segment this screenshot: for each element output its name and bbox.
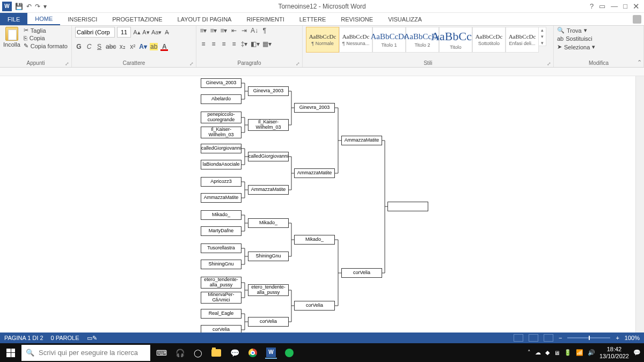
task-view-button[interactable]: ◯ <box>192 347 204 359</box>
document-area[interactable]: Ginevra_2003Abelardopenepiccolo-cuoregra… <box>0 76 644 333</box>
read-mode-button[interactable] <box>514 334 523 342</box>
multilevel-button[interactable]: ≡▾ <box>220 27 228 34</box>
tray-icon[interactable]: 🖥 <box>554 350 560 356</box>
close-icon[interactable]: ✕ <box>633 2 640 11</box>
font-color-button[interactable]: A <box>160 43 168 50</box>
tab-references[interactable]: RIFERIMENTI <box>239 13 291 25</box>
shading-button[interactable]: ◧▾ <box>251 40 260 48</box>
notifications-icon[interactable]: 💬 <box>633 349 641 356</box>
text-effects-button[interactable]: A▾ <box>139 43 147 50</box>
zoom-level[interactable]: 100% <box>625 335 640 341</box>
vertical-scrollbar[interactable] <box>635 76 644 333</box>
ruler[interactable] <box>0 68 644 76</box>
style-titolo1[interactable]: AaBbCcDcTitolo 1 <box>372 27 406 53</box>
subscript-button[interactable]: x₂ <box>119 43 126 50</box>
tab-home[interactable]: HOME <box>27 13 60 25</box>
strike-button[interactable]: abc <box>106 43 116 50</box>
word-button[interactable]: W <box>265 347 277 359</box>
replace-button[interactable]: abSostituisci <box>557 35 592 42</box>
start-button[interactable] <box>0 349 21 357</box>
shrink-font-button[interactable]: A▾ <box>142 29 150 36</box>
style-normale[interactable]: AaBbCcDc¶ Normale <box>306 27 339 53</box>
spotify-button[interactable] <box>283 347 295 359</box>
file-explorer-button[interactable] <box>210 347 222 359</box>
taskbar-app[interactable]: ⌨ <box>156 347 167 359</box>
zoom-slider[interactable] <box>567 337 610 338</box>
borders-button[interactable]: ▦▾ <box>262 40 272 48</box>
tab-mailings[interactable]: LETTERE <box>292 13 334 25</box>
decrease-indent-button[interactable]: ⇤ <box>230 27 238 34</box>
minimize-icon[interactable]: ― <box>611 2 618 10</box>
align-center-button[interactable]: ≡ <box>210 40 217 48</box>
select-button[interactable]: ➤Seleziona ▾ <box>557 43 595 50</box>
superscript-button[interactable]: x² <box>129 43 136 50</box>
line-spacing-button[interactable]: ‡▾ <box>240 40 248 48</box>
chrome-button[interactable] <box>247 347 259 359</box>
dialog-launcher-icon[interactable]: ⤢ <box>296 61 300 67</box>
grow-font-button[interactable]: A▴ <box>133 29 141 36</box>
tray-icon[interactable]: ◆ <box>545 349 550 356</box>
bold-button[interactable]: G <box>75 43 83 50</box>
font-name-input[interactable] <box>75 27 115 38</box>
dialog-launcher-icon[interactable]: ⤢ <box>65 61 69 67</box>
align-right-button[interactable]: ≡ <box>220 40 228 48</box>
dialog-launcher-icon[interactable]: ⤢ <box>547 61 551 67</box>
tab-review[interactable]: REVISIONE <box>333 13 380 25</box>
taskbar-app[interactable]: 🎧 <box>174 347 186 359</box>
maximize-icon[interactable]: □ <box>623 2 627 10</box>
taskbar-app[interactable]: 💬 <box>229 347 240 359</box>
show-marks-button[interactable]: ¶ <box>261 27 268 34</box>
web-layout-button[interactable] <box>544 334 553 342</box>
dialog-launcher-icon[interactable]: ⤢ <box>189 61 194 67</box>
highlight-button[interactable]: ab <box>150 43 158 50</box>
style-enfasideli[interactable]: AaBbCcDcEnfasi deli... <box>506 27 539 53</box>
redo-icon[interactable]: ↷ <box>35 3 40 10</box>
clear-format-button[interactable]: A̶ <box>163 29 171 36</box>
cut-button[interactable]: ✂Taglia <box>24 27 68 34</box>
bracket-node: ShiningGnu <box>201 260 241 269</box>
battery-icon[interactable]: 🔋 <box>564 349 572 356</box>
tab-insert[interactable]: INSERISCI <box>60 13 105 25</box>
wifi-icon[interactable]: 📶 <box>576 349 583 356</box>
underline-button[interactable]: S <box>96 43 103 50</box>
increase-indent-button[interactable]: ⇥ <box>240 27 248 34</box>
find-button[interactable]: 🔍Trova ▾ <box>557 27 587 34</box>
style-nessuna[interactable]: AaBbCcDc¶ Nessuna... <box>339 27 372 53</box>
ribbon-options-icon[interactable]: ▭ <box>599 2 605 10</box>
format-painter-button[interactable]: ✎Copia formato <box>24 42 68 49</box>
print-layout-button[interactable] <box>529 334 538 342</box>
numbering-button[interactable]: ≡▾ <box>210 27 217 34</box>
zoom-in-button[interactable]: + <box>616 335 619 341</box>
save-icon[interactable]: 💾 <box>15 3 23 10</box>
change-case-button[interactable]: Aa▾ <box>151 29 162 36</box>
copy-button[interactable]: ⎘Copia <box>24 35 68 41</box>
tab-view[interactable]: VISUALIZZA <box>380 13 429 25</box>
onedrive-icon[interactable]: ☁ <box>535 349 541 356</box>
tray-chevron-icon[interactable]: ˄ <box>528 349 531 356</box>
align-left-button[interactable]: ≡ <box>200 40 207 48</box>
justify-button[interactable]: ≡ <box>230 40 238 48</box>
styles-more-button[interactable]: ▴▾▾ <box>539 27 546 46</box>
paste-button[interactable]: Incolla <box>3 27 20 48</box>
help-icon[interactable]: ? <box>590 2 594 10</box>
zoom-out-button[interactable]: − <box>559 335 562 341</box>
tab-layout[interactable]: LAYOUT DI PAGINA <box>170 13 239 25</box>
account-button[interactable] <box>630 13 644 25</box>
spellcheck-icon[interactable]: ▭✎ <box>87 335 97 342</box>
tab-file[interactable]: FILE <box>0 13 27 25</box>
collapse-ribbon-icon[interactable]: ⌃ <box>637 59 642 66</box>
page-indicator[interactable]: PAGINA 1 DI 2 <box>4 335 43 341</box>
undo-icon[interactable]: ↶ <box>26 3 32 10</box>
style-titolo[interactable]: AaBbCcDTitolo <box>439 27 472 53</box>
sort-button[interactable]: A↓ <box>251 27 258 34</box>
italic-button[interactable]: C <box>85 43 93 50</box>
taskbar-search[interactable]: 🔍Scrivi qui per eseguire la ricerca <box>21 345 150 361</box>
word-count[interactable]: 0 PAROLE <box>51 335 79 341</box>
tab-design[interactable]: PROGETTAZIONE <box>105 13 170 25</box>
font-size-input[interactable] <box>117 27 131 38</box>
qat-more-icon[interactable]: ▾ <box>43 3 47 10</box>
clock[interactable]: 18:42 13/10/2022 <box>599 346 629 359</box>
volume-icon[interactable]: 🔊 <box>588 349 595 356</box>
style-sottotitolo[interactable]: AaBbCcDcSottotitolo <box>472 27 506 53</box>
bullets-button[interactable]: ≡▾ <box>200 27 207 34</box>
